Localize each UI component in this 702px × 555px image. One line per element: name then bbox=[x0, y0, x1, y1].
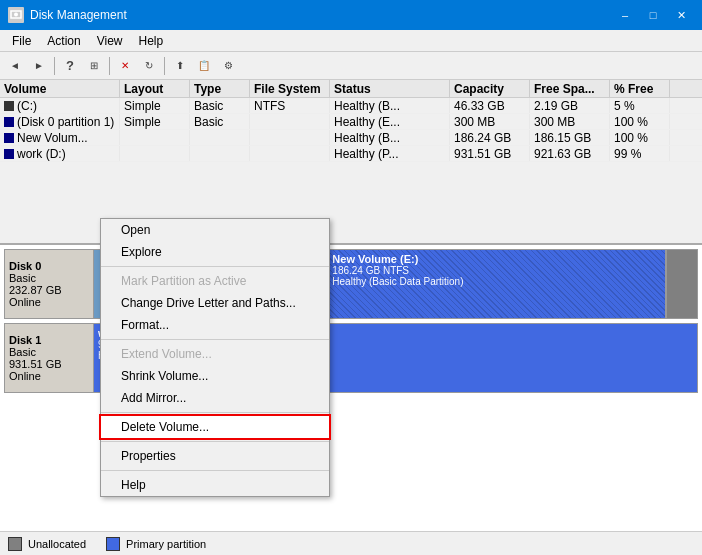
help-button[interactable]: ? bbox=[59, 55, 81, 77]
minimize-button[interactable]: – bbox=[612, 5, 638, 25]
context-add-mirror[interactable]: Add Mirror... bbox=[101, 387, 329, 409]
disk-1-size: 931.51 GB bbox=[9, 358, 89, 370]
toolbar-sep-1 bbox=[54, 57, 55, 75]
toolbar: ◄ ► ? ⊞ ✕ ↻ ⬆ 📋 ⚙ bbox=[0, 52, 702, 80]
window-title: Disk Management bbox=[30, 8, 127, 22]
cell-percentfree: 5 % bbox=[610, 98, 670, 113]
export-button[interactable]: ⬆ bbox=[169, 55, 191, 77]
properties-button[interactable]: ⊞ bbox=[83, 55, 105, 77]
context-change-drive-letter[interactable]: Change Drive Letter and Paths... bbox=[101, 292, 329, 314]
cell-layout bbox=[120, 130, 190, 145]
context-sep-2 bbox=[101, 339, 329, 340]
cell-freespace: 921.63 GB bbox=[530, 146, 610, 161]
context-mark-active: Mark Partition as Active bbox=[101, 270, 329, 292]
import-button[interactable]: 📋 bbox=[193, 55, 215, 77]
menu-view[interactable]: View bbox=[89, 32, 131, 50]
context-explore[interactable]: Explore bbox=[101, 241, 329, 263]
disk-1-status: Online bbox=[9, 370, 89, 382]
cell-percentfree: 100 % bbox=[610, 114, 670, 129]
header-status[interactable]: Status bbox=[330, 80, 450, 97]
disk-1-name: Disk 1 bbox=[9, 334, 89, 346]
cell-status: Healthy (B... bbox=[330, 130, 450, 145]
context-sep-4 bbox=[101, 441, 329, 442]
toolbar-sep-3 bbox=[164, 57, 165, 75]
disk-1-type: Basic bbox=[9, 346, 89, 358]
table-row[interactable]: (Disk 0 partition 1) Simple Basic Health… bbox=[0, 114, 702, 130]
title-bar: Disk Management – □ ✕ bbox=[0, 0, 702, 30]
disk-0-name: Disk 0 bbox=[9, 260, 89, 272]
partition-unallocated-0[interactable] bbox=[667, 250, 697, 318]
cell-volume: (C:) bbox=[0, 98, 120, 113]
partition-new-volume[interactable]: New Volume (E:) 186.24 GB NTFS Healthy (… bbox=[328, 250, 667, 318]
header-volume[interactable]: Volume bbox=[0, 80, 120, 97]
menu-help[interactable]: Help bbox=[131, 32, 172, 50]
cell-capacity: 186.24 GB bbox=[450, 130, 530, 145]
cell-volume: work (D:) bbox=[0, 146, 120, 161]
cell-percentfree: 99 % bbox=[610, 146, 670, 161]
context-properties[interactable]: Properties bbox=[101, 445, 329, 467]
cell-type bbox=[190, 146, 250, 161]
disk-0-status: Online bbox=[9, 296, 89, 308]
toolbar-sep-2 bbox=[109, 57, 110, 75]
cell-status: Healthy (B... bbox=[330, 98, 450, 113]
disk-0-label: Disk 0 Basic 232.87 GB Online bbox=[4, 249, 94, 319]
cell-status: Healthy (E... bbox=[330, 114, 450, 129]
partition-name: New Volume (E:) bbox=[332, 253, 661, 265]
cell-capacity: 931.51 GB bbox=[450, 146, 530, 161]
cell-capacity: 46.33 GB bbox=[450, 98, 530, 113]
maximize-button[interactable]: □ bbox=[640, 5, 666, 25]
settings-button[interactable]: ⚙ bbox=[217, 55, 239, 77]
cell-filesystem: NTFS bbox=[250, 98, 330, 113]
partition-size: 186.24 GB NTFS bbox=[332, 265, 661, 276]
forward-button[interactable]: ► bbox=[28, 55, 50, 77]
table-row[interactable]: (C:) Simple Basic NTFS Healthy (B... 46.… bbox=[0, 98, 702, 114]
context-sep-3 bbox=[101, 412, 329, 413]
cell-layout: Simple bbox=[120, 114, 190, 129]
context-delete-volume[interactable]: Delete Volume... bbox=[101, 416, 329, 438]
disk-0-size: 232.87 GB bbox=[9, 284, 89, 296]
legend-label-primary: Primary partition bbox=[126, 538, 206, 550]
header-layout[interactable]: Layout bbox=[120, 80, 190, 97]
header-filesystem[interactable]: File System bbox=[250, 80, 330, 97]
status-bar: Unallocated Primary partition bbox=[0, 531, 702, 555]
cell-type bbox=[190, 130, 250, 145]
context-help[interactable]: Help bbox=[101, 474, 329, 496]
menu-file[interactable]: File bbox=[4, 32, 39, 50]
context-sep-5 bbox=[101, 470, 329, 471]
menu-bar: File Action View Help bbox=[0, 30, 702, 52]
disk-1-label: Disk 1 Basic 931.51 GB Online bbox=[4, 323, 94, 393]
legend-label-unallocated: Unallocated bbox=[28, 538, 86, 550]
context-open[interactable]: Open bbox=[101, 219, 329, 241]
legend-primary: Primary partition bbox=[106, 537, 206, 551]
header-percentfree[interactable]: % Free bbox=[610, 80, 670, 97]
context-extend: Extend Volume... bbox=[101, 343, 329, 365]
header-freespace[interactable]: Free Spa... bbox=[530, 80, 610, 97]
legend-unallocated: Unallocated bbox=[8, 537, 86, 551]
context-format[interactable]: Format... bbox=[101, 314, 329, 336]
table-header: Volume Layout Type File System Status Ca… bbox=[0, 80, 702, 98]
table-row[interactable]: work (D:) Healthy (P... 931.51 GB 921.63… bbox=[0, 146, 702, 162]
context-menu: Open Explore Mark Partition as Active Ch… bbox=[100, 218, 330, 497]
context-shrink[interactable]: Shrink Volume... bbox=[101, 365, 329, 387]
cell-type: Basic bbox=[190, 98, 250, 113]
refresh-button[interactable]: ↻ bbox=[138, 55, 160, 77]
legend-box-unallocated bbox=[8, 537, 22, 551]
delete-button[interactable]: ✕ bbox=[114, 55, 136, 77]
back-button[interactable]: ◄ bbox=[4, 55, 26, 77]
cell-status: Healthy (P... bbox=[330, 146, 450, 161]
cell-layout: Simple bbox=[120, 98, 190, 113]
menu-action[interactable]: Action bbox=[39, 32, 88, 50]
close-button[interactable]: ✕ bbox=[668, 5, 694, 25]
cell-freespace: 2.19 GB bbox=[530, 98, 610, 113]
context-sep-1 bbox=[101, 266, 329, 267]
window-controls: – □ ✕ bbox=[612, 5, 694, 25]
header-capacity[interactable]: Capacity bbox=[450, 80, 530, 97]
header-type[interactable]: Type bbox=[190, 80, 250, 97]
cell-volume: (Disk 0 partition 1) bbox=[0, 114, 120, 129]
table-row[interactable]: New Volum... Healthy (B... 186.24 GB 186… bbox=[0, 130, 702, 146]
table-body: (C:) Simple Basic NTFS Healthy (B... 46.… bbox=[0, 98, 702, 162]
cell-type: Basic bbox=[190, 114, 250, 129]
cell-filesystem bbox=[250, 146, 330, 161]
cell-volume: New Volum... bbox=[0, 130, 120, 145]
cell-percentfree: 100 % bbox=[610, 130, 670, 145]
